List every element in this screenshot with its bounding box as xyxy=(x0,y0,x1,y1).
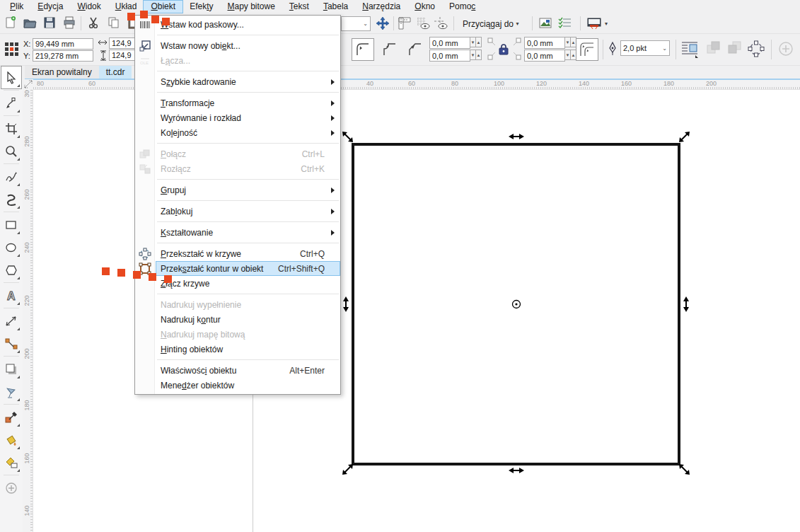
transparency-tool[interactable] xyxy=(1,381,21,403)
corner-radius-bottom-spinner[interactable]: ▼▲ xyxy=(470,50,482,60)
menu-item-rozłącz[interactable]: RozłączCtrl+K xyxy=(135,161,340,176)
add-icon[interactable] xyxy=(777,40,795,58)
menu-item-wyrównanie-i-rozkład[interactable]: Wyrównanie i rozkład xyxy=(135,110,340,125)
handle-middle-right[interactable] xyxy=(683,296,690,314)
save-icon[interactable] xyxy=(42,16,57,30)
handle-top-right[interactable] xyxy=(678,131,690,145)
wrap-text-icon[interactable] xyxy=(680,40,699,58)
menu-item-kolejność[interactable]: Kolejność xyxy=(135,125,340,140)
new-document-icon[interactable] xyxy=(3,16,17,30)
menubar-item-pomoc[interactable]: Pomoc xyxy=(442,1,482,13)
color-eyedropper-tool[interactable] xyxy=(1,406,21,428)
text-tool[interactable]: A xyxy=(1,284,21,306)
chamfered-corner-icon[interactable] xyxy=(405,39,426,60)
selected-rectangle-object[interactable] xyxy=(352,143,680,466)
menu-item-połącz[interactable]: PołączCtrl+L xyxy=(135,146,340,161)
cut-icon[interactable] xyxy=(86,16,100,30)
menubar-item-plik[interactable]: Plik xyxy=(3,1,30,13)
interactive-fill-tool[interactable] xyxy=(1,451,21,473)
corner-radius-top-right-spinner[interactable]: ▼▲ xyxy=(565,37,576,47)
handle-top-left[interactable] xyxy=(342,131,354,145)
menu-item-łącza[interactable]: Łącza... xyxy=(135,53,340,68)
crop-tool[interactable] xyxy=(1,117,21,139)
tab-ekran-powitalny[interactable]: Ekran powitalny xyxy=(25,66,99,79)
menu-item-transformacje[interactable]: Transformacje xyxy=(135,96,340,110)
menubar-item-okno[interactable]: Okno xyxy=(407,1,442,13)
corner-radius-top-spinner[interactable]: ▼▲ xyxy=(470,37,482,47)
menu-item-przekształć-kontur-w-obiekt[interactable]: Przekształć kontur w obiektCtrl+Shift+Q xyxy=(156,261,340,276)
menubar-item-tekst[interactable]: Tekst xyxy=(282,1,316,13)
menubar-item-mapy-bitowe[interactable]: Mapy bitowe xyxy=(220,1,282,13)
menu-item-wstaw-nowy-obiekt[interactable]: Wstaw nowy obiekt... xyxy=(135,38,340,53)
menu-item-przekształć-w-krzywe[interactable]: Przekształć w krzyweCtrl+Q xyxy=(135,246,340,261)
handle-bottom-left[interactable] xyxy=(342,463,354,478)
convert-to-curves-icon[interactable] xyxy=(747,40,765,58)
add-tools-button[interactable] xyxy=(1,477,21,499)
options-list-icon[interactable] xyxy=(557,16,573,31)
menubar-item-tabela[interactable]: Tabela xyxy=(316,1,355,13)
open-icon[interactable] xyxy=(23,16,37,30)
menu-item-label: Właściwości obiektu xyxy=(161,366,236,376)
object-center-marker[interactable] xyxy=(511,299,521,311)
zoom-tool[interactable] xyxy=(1,140,21,162)
pick-tool[interactable] xyxy=(1,66,21,88)
corner-radius-bottom-right-spinner[interactable]: ▼▲ xyxy=(565,50,576,60)
menu-item-kształtowanie[interactable]: Kształtowanie xyxy=(135,225,340,240)
x-position-field[interactable]: 99,449 mm xyxy=(33,38,93,50)
to-back-icon[interactable] xyxy=(726,40,743,57)
lock-ratio-icon[interactable] xyxy=(497,42,510,57)
corner-radius-bottom-field[interactable]: 0,0 mm xyxy=(429,50,470,62)
corner-radius-bottom-right-field[interactable]: 0,0 mm xyxy=(524,50,565,62)
rectangle-tool[interactable] xyxy=(1,214,21,236)
zoom-level-combo[interactable]: ⌄ xyxy=(341,16,371,31)
grid-visibility-icon[interactable] xyxy=(415,16,431,31)
scalloped-corner-icon[interactable] xyxy=(379,39,400,60)
to-front-icon[interactable] xyxy=(705,40,722,57)
polygon-tool[interactable] xyxy=(1,259,21,281)
menubar-item-efekty[interactable]: Efekty xyxy=(182,1,220,13)
snap-to-button[interactable]: Przyciągaj do ▾ xyxy=(458,16,523,31)
ruler-origin-icon[interactable] xyxy=(23,79,33,90)
rulers-toggle-icon[interactable] xyxy=(397,16,412,31)
drop-shadow-tool[interactable] xyxy=(1,358,21,380)
menu-item-hinting-obiektów[interactable]: Hinting obiektów xyxy=(135,342,340,357)
menubar-item-uk-ad[interactable]: Układ xyxy=(108,1,144,13)
menu-item-szybkie-kadrowanie[interactable]: Szybkie kadrowanie xyxy=(135,74,340,89)
corner-radius-top-right-field[interactable]: 0,0 mm xyxy=(524,37,565,49)
menubar-item-edycja[interactable]: Edycja xyxy=(30,1,70,13)
ellipse-tool[interactable] xyxy=(1,236,21,258)
tab-tt-cdr[interactable]: tt.cdr xyxy=(99,66,132,79)
menubar-item-widok[interactable]: Widok xyxy=(70,1,108,13)
outline-width-combo[interactable]: 2,0 pkt⌄ xyxy=(620,40,670,56)
menubar-item-obiekt[interactable]: Obiekt xyxy=(144,1,182,13)
menubar-item-narz-dzia[interactable]: Narzędzia xyxy=(355,1,407,13)
shape-tool[interactable] xyxy=(1,92,21,114)
menu-item-nadrukuj-mapę-bitową[interactable]: Nadrukuj mapę bitową xyxy=(135,327,340,342)
round-corner-icon[interactable] xyxy=(352,39,373,60)
freehand-tool[interactable] xyxy=(1,166,21,187)
connector-tool[interactable] xyxy=(1,332,21,354)
print-icon[interactable] xyxy=(62,16,76,30)
menu-item-nadrukuj-kontur[interactable]: Nadrukuj kontur xyxy=(135,312,340,327)
guides-visibility-icon[interactable] xyxy=(433,16,448,31)
menu-item-grupuj[interactable]: Grupuj xyxy=(135,183,340,197)
image-adjust-icon[interactable] xyxy=(538,16,553,31)
menu-item-zablokuj[interactable]: Zablokuj xyxy=(135,204,340,219)
handle-middle-left[interactable] xyxy=(342,296,349,314)
smart-drawing-tool[interactable] xyxy=(1,188,21,210)
launcher-icon[interactable]: ▾ xyxy=(586,16,608,31)
copy-icon[interactable] xyxy=(106,16,120,30)
handle-bottom-center[interactable] xyxy=(509,466,524,476)
menu-item-nadrukuj-wypełnienie[interactable]: Nadrukuj wypełnienie xyxy=(135,297,340,312)
menu-item-menedżer-obiektów[interactable]: Menedżer obiektów xyxy=(135,378,340,393)
relative-corner-scaling-icon[interactable] xyxy=(576,39,598,60)
menu-item-właściwości-obiektu[interactable]: Właściwości obiektuAlt+Enter xyxy=(135,363,340,378)
y-position-field[interactable]: 219,278 mm xyxy=(33,50,93,62)
pan-icon[interactable] xyxy=(375,16,390,31)
handle-bottom-right[interactable] xyxy=(678,463,690,478)
fill-tool[interactable] xyxy=(1,429,21,451)
vertical-ruler[interactable]: 300280260240220200180160140 xyxy=(23,90,33,532)
handle-top-center[interactable] xyxy=(509,132,524,142)
corner-radius-top-field[interactable]: 0,0 mm xyxy=(429,37,470,49)
dimension-tool[interactable] xyxy=(1,310,21,332)
